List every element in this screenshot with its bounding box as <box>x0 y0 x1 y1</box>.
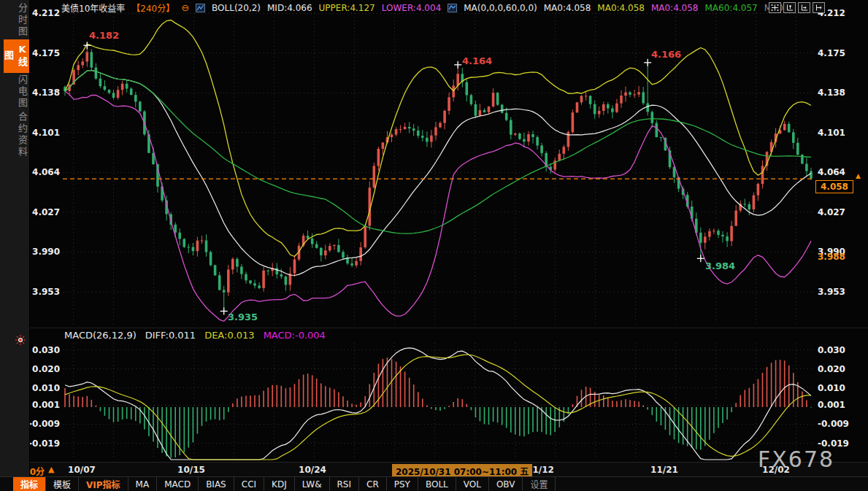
period-marker-icon: ▲ <box>48 465 54 474</box>
tab-ma[interactable]: MA <box>128 477 158 491</box>
indicator-toolbar: 指标 模板 VIP指标 MA MACD BIAS CCI KDJ LW& RSI… <box>0 476 868 491</box>
tab-settings[interactable]: 设置 <box>523 477 556 491</box>
tab-vip-indicator[interactable]: VIP指标 <box>79 477 128 491</box>
macd-header: MACD(26,12,9) DIFF:0.011 DEA:0.013 MACD:… <box>64 330 326 341</box>
panel-divider <box>30 328 868 328</box>
pan-right-icon[interactable] <box>813 2 825 13</box>
instrument-title: 美债10年收益率 <box>61 1 125 14</box>
ma-params: MA(0,0,0,60,0,0) <box>464 3 537 13</box>
macd-axis-label: 0.030 <box>818 345 864 355</box>
ma0-magenta-value: MA0:4.058 <box>651 3 699 13</box>
macd-macd-value: MACD:-0.004 <box>264 330 326 341</box>
macd-params: MACD(26,12,9) <box>64 330 137 341</box>
collapse-icon[interactable]: ⊖ <box>181 3 189 12</box>
high-annotation: 4.166 <box>651 49 681 60</box>
price-axis-label: 3.953 <box>818 287 864 297</box>
ma-chart-icon[interactable] <box>448 4 457 12</box>
time-tick: 10/07 <box>63 465 101 475</box>
sidebar-item-kline-chart[interactable]: K线图 <box>4 39 29 73</box>
ma60-value: MA60:4.057 <box>705 3 758 13</box>
time-tick: 11/21 <box>645 465 683 475</box>
ma0-yellow-value: MA0:4.058 <box>597 3 645 13</box>
high-annotation: 4.182 <box>89 30 119 41</box>
high-annotation: 4.164 <box>462 55 492 66</box>
tab-macd[interactable]: MACD <box>157 477 199 491</box>
tab-kdj[interactable]: KDJ <box>264 477 295 491</box>
macd-axis-label: 0.001 <box>818 400 864 410</box>
y-axis-scale-icon[interactable] <box>783 2 796 13</box>
low-annotation: 3.984 <box>705 260 735 271</box>
watermark: FX678 <box>758 446 834 472</box>
price-chart-canvas[interactable] <box>0 0 868 491</box>
tab-bias[interactable]: BIAS <box>199 477 234 491</box>
price-axis-label: 4.175 <box>818 48 864 58</box>
current-price-marker-icon: ▲ <box>856 172 861 179</box>
time-tick: 10/24 <box>293 465 331 475</box>
price-axis-label: 4.027 <box>818 207 864 217</box>
tab-rsi[interactable]: RSI <box>330 477 360 491</box>
tab-boll[interactable]: BOLL <box>418 477 456 491</box>
current-price-badge: 4.058 <box>815 180 853 193</box>
sidebar-item-contract-info[interactable]: 合约资料 <box>0 111 29 159</box>
period-label: 【240分】 <box>131 1 174 14</box>
tab-indicator[interactable]: 指标 <box>13 477 46 491</box>
live-dot-icon[interactable] <box>15 334 26 344</box>
tab-psy[interactable]: PSY <box>387 477 418 491</box>
move-layout-icon[interactable] <box>769 2 781 13</box>
left-sidebar: 分时图 K线图 闪电图 合约资料 <box>0 0 30 476</box>
macd-axis-label: -0.009 <box>818 419 864 429</box>
tab-vol[interactable]: VOL <box>456 477 489 491</box>
x-axis-scale-icon[interactable] <box>798 2 810 13</box>
macd-axis-label: 0.010 <box>818 383 864 393</box>
boll-params: BOLL(20,2) <box>212 3 261 13</box>
tab-template[interactable]: 模板 <box>46 477 79 491</box>
macd-dea-value: DEA:0.013 <box>204 330 255 341</box>
tab-obv[interactable]: OBV <box>489 477 523 491</box>
tab-cr[interactable]: CR <box>359 477 387 491</box>
time-tick: 10/15 <box>172 465 210 475</box>
chart-tool-icons <box>769 2 825 13</box>
sidebar-item-time-chart[interactable]: 分时图 <box>0 3 29 38</box>
price-axis-label: 4.138 <box>818 88 864 98</box>
tab-lwr[interactable]: LW& <box>295 477 330 491</box>
indicator-header: 美债10年收益率 【240分】 ⊖ BOLL(20,2) MID:4.066 U… <box>61 1 786 14</box>
low-annotation: 3.935 <box>228 312 258 322</box>
ma0-white-value: MA0:4.058 <box>544 3 591 13</box>
boll-mid-value: MID:4.066 <box>267 3 312 13</box>
boll-lower-value: LOWER:4.004 <box>382 3 442 13</box>
tab-cci[interactable]: CCI <box>234 477 264 491</box>
price-axis-label: 4.101 <box>818 128 864 138</box>
sidebar-item-flash-chart[interactable]: 闪电图 <box>0 74 29 109</box>
boll-upper-value: UPPER:4.127 <box>319 3 375 13</box>
macd-axis-label: 0.020 <box>818 364 864 374</box>
macd-diff-value: DIFF:0.011 <box>145 330 196 341</box>
boll-chart-icon[interactable] <box>196 4 205 12</box>
time-axis: 240分 ▲ 10/07 10/15 10/24 11/12 11/21 12/… <box>0 462 868 477</box>
secondary-price-label: 3.988 <box>818 252 845 262</box>
